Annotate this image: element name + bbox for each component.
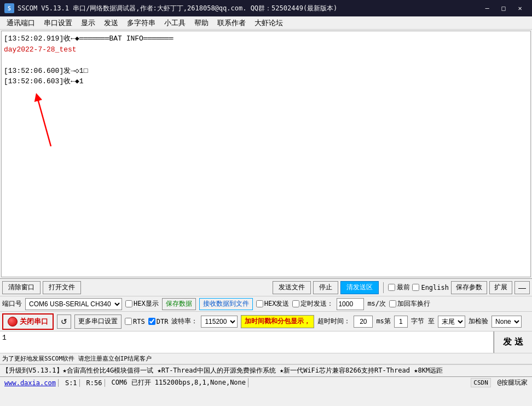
menu-bar: 通讯端口 串口设置 显示 发送 多字符串 小工具 帮助 联系作者 大虾论坛 — [0, 16, 532, 30]
status-bar: www.daxia.com S:1 R:56 COM6 已打开 115200bp… — [0, 376, 532, 388]
terminal-line: [13:52:02.919]收←◆═══════BAT INFO═══════ — [4, 33, 528, 44]
hex-send-checkbox[interactable] — [256, 300, 263, 307]
newline-text: 加回车换行 — [397, 299, 430, 308]
timeout-input[interactable] — [354, 316, 373, 328]
port-select[interactable]: COM6 USB-SERIAL CH340 — [25, 298, 122, 310]
ticker-bar: 【升级到V5.13.1】★合宙高性价比4G模块值得一试 ★RT-Thread中国… — [0, 364, 532, 376]
rts-checkbox[interactable] — [125, 318, 132, 325]
app-icon: S — [4, 3, 14, 13]
author-badge: @按腿玩家 — [495, 378, 530, 387]
minimize-button[interactable]: — — [479, 3, 495, 14]
clear-send-area-button[interactable]: 清发送区 — [340, 281, 379, 294]
rts-text: RTS — [133, 318, 145, 325]
window-title: SSCOM V5.13.1 串口/网络数据调试器,作者:大虾丁丁,2618058… — [18, 4, 479, 13]
checksum-label: 加检验 — [469, 317, 488, 326]
terminal-line: day2022-7-28_test — [4, 44, 528, 55]
port-status: COM6 已打开 115200bps,8,1,None,None — [109, 378, 249, 387]
dtr-checkbox-label[interactable]: DTR — [148, 318, 169, 325]
rts-checkbox-label[interactable]: RTS — [125, 318, 145, 325]
terminal-line: [13:52:06.600]发→◇1□ — [4, 66, 528, 77]
hex-display-text: HEX显示 — [134, 299, 159, 308]
english-label: English — [421, 284, 449, 291]
ticker-text: 【升级到V5.13.1】★合宙高性价比4G模块值得一试 ★RT-Thread中国… — [2, 366, 443, 375]
timed-send-label[interactable]: 定时发送： — [292, 299, 333, 308]
title-bar: S SSCOM V5.13.1 串口/网络数据调试器,作者:大虾丁丁,26180… — [0, 0, 532, 16]
dtr-text: DTR — [157, 318, 169, 325]
website-link[interactable]: www.daxia.com — [2, 379, 59, 387]
maximize-button[interactable]: □ — [496, 3, 511, 14]
expand-button[interactable]: 扩展 — [489, 281, 512, 294]
timeout-label: 超时时间： — [317, 317, 350, 326]
hex-display-label[interactable]: HEX显示 — [125, 299, 159, 308]
menu-help[interactable]: 帮助 — [190, 17, 213, 29]
refresh-button[interactable]: ↺ — [57, 314, 71, 329]
collapse-button[interactable]: — — [514, 281, 530, 294]
bottom-panel: 清除窗口 打开文件 发送文件 停止 清发送区 最前 English 保存参数 扩… — [0, 278, 532, 388]
terminal-output: [13:52:02.919]收←◆═══════BAT INFO═══════ … — [1, 31, 531, 277]
port-number-label: 端口号 — [2, 299, 22, 308]
hex-send-label[interactable]: HEX发送 — [256, 299, 290, 308]
close-port-text: 关闭串口 — [20, 317, 48, 327]
timed-unit: ms/次 — [367, 299, 386, 308]
newline-checkbox-label[interactable]: 加回车换行 — [389, 299, 430, 308]
ad-area: 为了更好地发展SSCOM软件 请您注册嘉立创IP结尾客户 — [0, 353, 532, 364]
send-file-button[interactable]: 发送文件 — [273, 281, 311, 294]
english-checkbox[interactable] — [412, 284, 419, 291]
ms-label: ms第 — [376, 317, 390, 326]
control-row-1: 清除窗口 打开文件 发送文件 停止 清发送区 最前 English 保存参数 扩… — [0, 279, 532, 296]
menu-comm-port[interactable]: 通讯端口 — [2, 17, 39, 29]
baud-rate-label: 波特率： — [171, 317, 198, 326]
last-label: 最前 — [397, 283, 410, 292]
timed-send-text: 定时发送： — [300, 299, 333, 308]
control-row-2: 端口号 COM6 USB-SERIAL CH340 HEX显示 保存数据 接收数… — [0, 296, 532, 312]
send-button[interactable]: 发 送 — [494, 331, 532, 353]
menu-tools[interactable]: 小工具 — [160, 17, 190, 29]
separator — [383, 282, 384, 293]
port-status-indicator — [8, 317, 18, 327]
menu-serial-settings[interactable]: 串口设置 — [39, 17, 77, 29]
end-select[interactable]: 末尾 — [438, 316, 465, 328]
close-button[interactable]: ✕ — [512, 3, 528, 14]
more-port-settings-button[interactable]: 更多串口设置 — [74, 314, 122, 329]
stop-button[interactable]: 停止 — [313, 281, 338, 294]
send-input-area: 1 发 送 — [0, 331, 532, 353]
csdn-badge[interactable]: CSDN — [471, 378, 491, 387]
svg-line-1 — [37, 97, 51, 146]
recv-to-file-button[interactable]: 接收数据到文件 — [199, 298, 253, 310]
menu-multi-string[interactable]: 多字符串 — [123, 17, 160, 29]
menu-send[interactable]: 发送 — [100, 17, 123, 29]
ad-text: 为了更好地发展SSCOM软件 请您注册嘉立创IP结尾客户 — [2, 355, 152, 362]
byte-node-input[interactable] — [394, 316, 408, 328]
r-count: R:56 — [84, 379, 105, 387]
last-checkbox-label[interactable]: 最前 — [388, 283, 410, 292]
save-params-button[interactable]: 保存参数 — [451, 281, 487, 294]
english-checkbox-label[interactable]: English — [412, 284, 449, 291]
baud-rate-select[interactable]: 115200 — [201, 316, 238, 328]
window-controls: — □ ✕ — [479, 3, 528, 14]
checksum-select[interactable]: None — [491, 316, 522, 328]
menu-forum[interactable]: 大虾论坛 — [250, 17, 287, 29]
open-file-button[interactable]: 打开文件 — [43, 281, 81, 294]
terminal-line: [13:52:06.603]收←◆1 — [4, 76, 528, 87]
save-data-button[interactable]: 保存数据 — [162, 298, 196, 310]
hex-send-text: HEX发送 — [264, 299, 290, 308]
s-count: S:1 — [63, 379, 80, 387]
close-port-button[interactable]: 关闭串口 — [2, 313, 54, 330]
menu-contact[interactable]: 联系作者 — [213, 17, 250, 29]
send-text-input[interactable]: 1 — [0, 331, 494, 353]
newline-checkbox[interactable] — [389, 300, 396, 307]
last-checkbox[interactable] — [388, 284, 395, 291]
timestamp-button[interactable]: 加时间戳和分包显示， — [241, 315, 314, 328]
timed-send-checkbox[interactable] — [292, 300, 299, 307]
clear-window-button[interactable]: 清除窗口 — [2, 281, 41, 294]
hex-display-checkbox[interactable] — [125, 300, 132, 307]
annotation-arrow — [34, 86, 78, 154]
dtr-checkbox[interactable] — [148, 318, 155, 325]
menu-display[interactable]: 显示 — [77, 17, 100, 29]
timed-send-interval[interactable] — [337, 298, 364, 310]
control-row-3: 关闭串口 ↺ 更多串口设置 RTS DTR 波特率： 115200 加时间戳和分… — [0, 312, 532, 331]
terminal-line — [4, 55, 528, 66]
byte-label: 字节 至 — [411, 317, 435, 326]
